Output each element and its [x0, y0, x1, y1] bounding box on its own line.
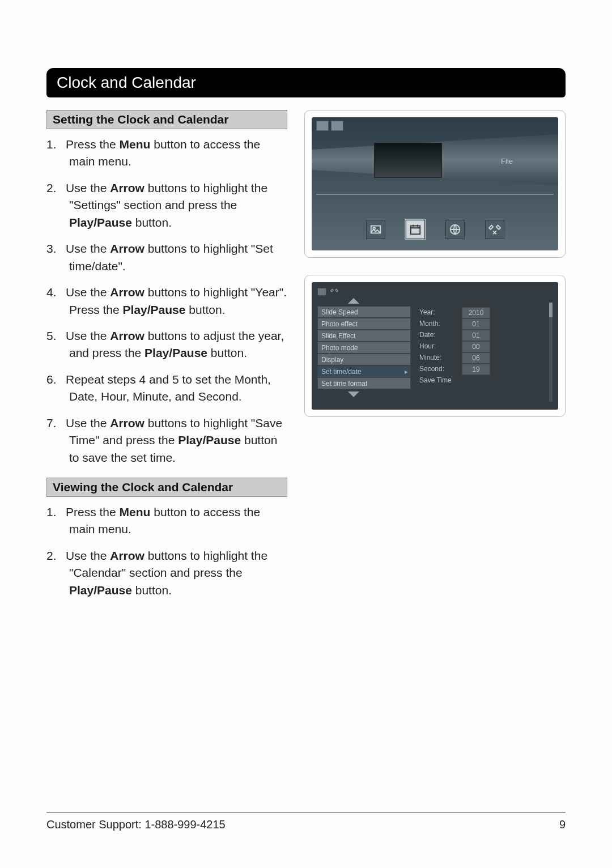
time-fields: Year:2010Month:01Date:01Hour:00Minute:06… [419, 306, 552, 385]
field-row: Date:01 [419, 330, 552, 341]
field-row: Year:2010 [419, 307, 552, 318]
page-footer: Customer Support: 1-888-999-4215 9 [46, 812, 566, 831]
screenshot-settings: Slide SpeedPhoto effectSlide EffectPhoto… [304, 275, 566, 417]
list-icon [317, 288, 326, 296]
menu-item: Display [317, 354, 411, 365]
step-item: 7.Use the Arrow buttons to highlight "Sa… [46, 415, 287, 466]
field-row: Hour:00 [419, 341, 552, 352]
page-title: Clock and Calendar [46, 68, 566, 97]
step-item: 2.Use the Arrow buttons to highlight the… [46, 180, 287, 231]
step-item: 6.Repeat steps 4 and 5 to set the Month,… [46, 371, 287, 406]
scroll-down-icon [348, 392, 359, 397]
calendar-icon [406, 220, 425, 239]
page-number: 9 [559, 818, 566, 831]
menu-item: Photo mode [317, 342, 411, 354]
tools-icon [485, 220, 504, 239]
field-row: Second:19 [419, 364, 552, 375]
settings-menu: Slide SpeedPhoto effectSlide EffectPhoto… [317, 306, 411, 389]
menu-item: Set time/date [317, 365, 411, 377]
svg-rect-2 [410, 226, 420, 235]
device-tab [331, 121, 343, 131]
step-item: 3.Use the Arrow buttons to highlight "Se… [46, 240, 287, 275]
right-column: File [304, 110, 566, 610]
screenshot-main-menu: File [304, 110, 566, 258]
menu-item: Set time format [317, 377, 411, 389]
menu-item: Photo effect [317, 318, 411, 330]
file-label: File [501, 157, 513, 165]
menu-item: Slide Effect [317, 330, 411, 342]
section-heading-1: Setting the Clock and Calendar [46, 110, 287, 129]
preview-panel [374, 143, 442, 178]
left-column: Setting the Clock and Calendar 1.Press t… [46, 110, 287, 610]
section-heading-2: Viewing the Clock and Calendar [46, 478, 287, 497]
step-item: 1.Press the Menu button to access the ma… [46, 136, 287, 171]
tools-icon [330, 288, 339, 296]
customer-support: Customer Support: 1-888-999-4215 [46, 818, 226, 831]
field-row: Save Time [419, 375, 552, 385]
step-item: 2.Use the Arrow buttons to highlight the… [46, 547, 287, 599]
globe-icon [445, 220, 465, 239]
photo-icon [366, 220, 385, 239]
steps-list-2: 1.Press the Menu button to access the ma… [46, 504, 287, 599]
step-item: 5.Use the Arrow buttons to adjust the ye… [46, 327, 287, 362]
field-row: Minute:06 [419, 352, 552, 364]
menu-item: Slide Speed [317, 306, 411, 318]
device-tab [316, 121, 329, 131]
scrollbar [549, 303, 552, 402]
field-row: Month:01 [419, 318, 552, 330]
step-item: 4.Use the Arrow buttons to highlight "Ye… [46, 284, 287, 318]
scroll-up-icon [348, 298, 359, 304]
step-item: 1.Press the Menu button to access the ma… [46, 504, 287, 538]
steps-list-1: 1.Press the Menu button to access the ma… [46, 136, 287, 466]
